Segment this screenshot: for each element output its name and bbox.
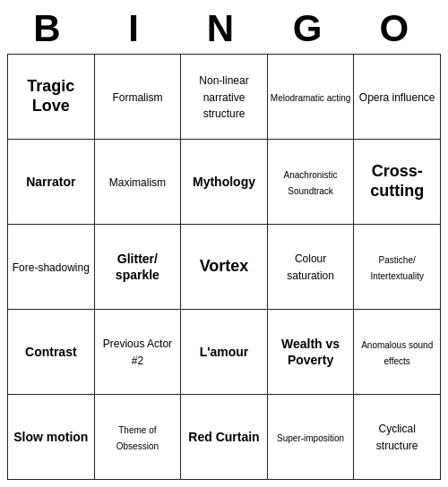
table-cell: Wealth vs Poverty bbox=[267, 310, 354, 395]
cell-label: Vortex bbox=[200, 257, 249, 275]
cell-label: Cyclical structure bbox=[376, 423, 418, 452]
cell-label: Red Curtain bbox=[188, 430, 259, 444]
table-cell: Maximalism bbox=[94, 140, 181, 225]
letter-i: I bbox=[119, 7, 155, 50]
cell-label: Maximalism bbox=[109, 176, 166, 189]
table-cell: Fore-shadowing bbox=[8, 225, 95, 310]
table-cell: Super-imposition bbox=[267, 395, 354, 480]
cell-label: Formalism bbox=[112, 91, 162, 104]
table-cell: L'amour bbox=[181, 310, 268, 395]
cell-label: Pastiche/ Intertextuality bbox=[370, 255, 423, 281]
table-cell: Slow motion bbox=[8, 395, 95, 480]
cell-label: Anachronistic Soundtrack bbox=[284, 170, 338, 196]
cell-label: Fore-shadowing bbox=[13, 261, 90, 274]
letter-g: G bbox=[293, 7, 329, 50]
table-cell: Mythology bbox=[181, 140, 268, 225]
table-cell: Pastiche/ Intertextuality bbox=[354, 225, 441, 310]
table-cell: Anachronistic Soundtrack bbox=[267, 140, 354, 225]
cell-label: Anomalous sound effects bbox=[361, 340, 433, 366]
cell-label: Narrator bbox=[26, 175, 75, 189]
table-cell: Cyclical structure bbox=[354, 395, 441, 480]
table-cell: Tragic Love bbox=[8, 55, 95, 140]
cell-label: Melodramatic acting bbox=[271, 93, 350, 103]
table-cell: Red Curtain bbox=[181, 395, 268, 480]
table-cell: Glitter/ sparkle bbox=[94, 225, 181, 310]
table-cell: Contrast bbox=[8, 310, 95, 395]
table-cell: Anomalous sound effects bbox=[354, 310, 441, 395]
table-cell: Colour saturation bbox=[267, 225, 354, 310]
bingo-grid: Tragic LoveFormalismNon-linear narrative… bbox=[7, 54, 441, 480]
letter-o: O bbox=[380, 7, 416, 50]
table-cell: Narrator bbox=[8, 140, 95, 225]
cell-label: Glitter/ sparkle bbox=[116, 252, 159, 282]
bingo-title: B I N G O bbox=[7, 7, 441, 50]
cell-label: Tragic Love bbox=[27, 77, 74, 115]
cell-label: Previous Actor #2 bbox=[103, 337, 172, 367]
cell-label: Colour saturation bbox=[287, 252, 334, 282]
letter-b: B bbox=[32, 7, 68, 50]
table-cell: Theme of Obsession bbox=[94, 395, 181, 480]
table-cell: Formalism bbox=[94, 55, 181, 140]
cell-label: Theme of Obsession bbox=[116, 425, 159, 451]
table-cell: Vortex bbox=[181, 225, 268, 310]
table-cell: Non-linear narrative structure bbox=[181, 55, 268, 140]
cell-label: L'amour bbox=[200, 345, 249, 359]
table-cell: Opera influence bbox=[354, 55, 441, 140]
cell-label: Slow motion bbox=[13, 430, 88, 444]
cell-label: Opera influence bbox=[359, 91, 435, 104]
cell-label: Cross-cutting bbox=[370, 162, 424, 200]
table-cell: Previous Actor #2 bbox=[94, 310, 181, 395]
cell-label: Mythology bbox=[193, 175, 255, 189]
cell-label: Super-imposition bbox=[277, 433, 344, 443]
table-cell: Melodramatic acting bbox=[267, 55, 354, 140]
letter-n: N bbox=[206, 7, 242, 50]
cell-label: Wealth vs Poverty bbox=[281, 337, 340, 367]
cell-label: Contrast bbox=[25, 345, 77, 359]
table-cell: Cross-cutting bbox=[354, 140, 441, 225]
cell-label: Non-linear narrative structure bbox=[199, 74, 248, 120]
